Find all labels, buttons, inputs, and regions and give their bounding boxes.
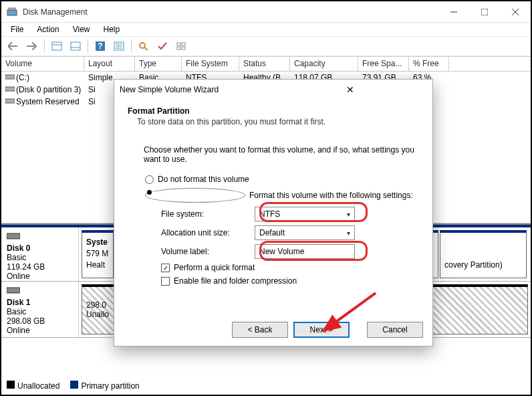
volume-label-input[interactable]: New Volume bbox=[255, 244, 355, 259]
back-icon[interactable] bbox=[5, 38, 21, 54]
vl-value: New Volume bbox=[259, 247, 304, 256]
disk-state: Online bbox=[7, 272, 73, 281]
partition-title: Syste bbox=[86, 237, 109, 248]
disk-size: 298.08 GB bbox=[7, 316, 73, 326]
volume-icon bbox=[5, 85, 15, 92]
vl-label: Volume label: bbox=[161, 247, 255, 256]
wizard-dialog: New Simple Volume Wizard ✕ Format Partit… bbox=[114, 79, 433, 346]
radio-format[interactable]: Format this volume with the following se… bbox=[145, 188, 419, 203]
legend: Unallocated Primary partition bbox=[7, 381, 140, 391]
svg-rect-25 bbox=[7, 233, 20, 239]
toolbar-separator bbox=[88, 39, 88, 53]
checkbox-label: Perform a quick format bbox=[174, 263, 255, 272]
disk-info[interactable]: Disk 1 Basic 298.08 GB Online bbox=[1, 282, 79, 337]
checkbox-quick-format[interactable]: ✓ Perform a quick format bbox=[161, 263, 419, 272]
disk-state: Online bbox=[7, 326, 73, 335]
col-layout[interactable]: Layout bbox=[84, 57, 135, 71]
close-button[interactable] bbox=[500, 1, 531, 23]
partition-size bbox=[444, 248, 522, 260]
wizard-instruction: Choose whether you want to format this v… bbox=[144, 145, 419, 164]
partition-health: covery Partition) bbox=[444, 260, 522, 271]
svg-line-17 bbox=[144, 47, 148, 50]
svg-rect-3 bbox=[481, 9, 488, 15]
titlebar: Disk Management bbox=[1, 1, 531, 23]
disk-type: Basic bbox=[7, 253, 73, 262]
wizard-subheading: To store data on this partition, you mus… bbox=[137, 117, 419, 126]
svg-rect-19 bbox=[182, 43, 185, 45]
svg-text:?: ? bbox=[98, 41, 102, 51]
wizard-close-button[interactable]: ✕ bbox=[273, 84, 427, 95]
col-type[interactable]: Type bbox=[135, 57, 182, 71]
checkbox-label: Enable file and folder compression bbox=[174, 276, 297, 286]
svg-rect-8 bbox=[71, 42, 80, 50]
file-system-select[interactable]: NTFS ▾ bbox=[255, 207, 355, 221]
radio-do-not-format[interactable]: Do not format this volume bbox=[145, 175, 419, 184]
svg-rect-23 bbox=[5, 87, 15, 91]
next-button[interactable]: Next > bbox=[293, 322, 350, 338]
col-capacity[interactable]: Capacity bbox=[290, 57, 358, 71]
volume-name: (C:) bbox=[16, 73, 29, 82]
row-volume-label: Volume label: New Volume bbox=[161, 244, 419, 259]
disk-info[interactable]: Disk 0 Basic 119.24 GB Online bbox=[1, 227, 79, 281]
check-icon[interactable] bbox=[154, 38, 170, 54]
partition-size: 579 M bbox=[86, 248, 109, 260]
cancel-button-label: Cancel bbox=[382, 325, 407, 334]
au-label: Allocation unit size: bbox=[161, 228, 255, 237]
back-button-label: < Back bbox=[247, 325, 272, 334]
spacer bbox=[355, 322, 362, 338]
volume-icon bbox=[5, 97, 15, 104]
radio-icon bbox=[145, 188, 245, 203]
help-icon[interactable]: ? bbox=[92, 38, 108, 54]
menu-action[interactable]: Action bbox=[31, 23, 64, 35]
allocation-unit-select[interactable]: Default ▾ bbox=[255, 225, 355, 240]
view-bottom-icon[interactable] bbox=[68, 38, 84, 54]
menubar: File Action View Help bbox=[1, 23, 531, 36]
au-value: Default bbox=[259, 228, 285, 237]
svg-rect-18 bbox=[177, 43, 180, 45]
cancel-button[interactable]: Cancel bbox=[367, 322, 423, 338]
radio-label: Do not format this volume bbox=[158, 175, 249, 184]
legend-swatch-unallocated bbox=[7, 381, 15, 389]
row-allocation-unit: Allocation unit size: Default ▾ bbox=[161, 225, 419, 240]
svg-rect-22 bbox=[5, 75, 15, 79]
app-icon bbox=[7, 7, 17, 17]
checkbox-compression[interactable]: Enable file and folder compression bbox=[161, 276, 419, 286]
view-top-icon[interactable] bbox=[49, 38, 65, 54]
col-volume[interactable]: Volume bbox=[1, 57, 84, 71]
next-button-label: Next > bbox=[309, 325, 333, 334]
col-filesystem[interactable]: File System bbox=[182, 57, 239, 71]
disk-size: 119.24 GB bbox=[7, 262, 73, 272]
menu-view[interactable]: View bbox=[68, 23, 96, 35]
partition[interactable]: covery Partition) bbox=[440, 230, 527, 278]
menu-help[interactable]: Help bbox=[98, 23, 126, 35]
col-status[interactable]: Status bbox=[239, 57, 290, 71]
checkbox-icon bbox=[161, 277, 170, 286]
menu-file[interactable]: File bbox=[5, 23, 29, 35]
grid-icon[interactable] bbox=[173, 38, 189, 54]
radio-icon bbox=[145, 175, 154, 184]
fs-value: NTFS bbox=[259, 209, 280, 219]
toolbar: ? bbox=[1, 36, 531, 56]
col-pctfree[interactable]: % Free bbox=[409, 57, 449, 71]
fs-label: File system: bbox=[161, 209, 255, 219]
back-button[interactable]: < Back bbox=[232, 322, 288, 338]
svg-rect-6 bbox=[52, 42, 61, 50]
partition-title bbox=[444, 237, 522, 248]
col-freespace[interactable]: Free Spa... bbox=[358, 57, 409, 71]
wizard-body: Format Partition To store data on this p… bbox=[114, 100, 432, 286]
toolbar-separator bbox=[131, 39, 132, 53]
wizard-titlebar: New Simple Volume Wizard ✕ bbox=[114, 80, 432, 100]
legend-unallocated: Unallocated bbox=[17, 381, 59, 391]
legend-primary: Primary partition bbox=[81, 381, 139, 391]
chevron-down-icon: ▾ bbox=[347, 211, 350, 218]
forward-icon[interactable] bbox=[24, 38, 40, 54]
settings-list-icon[interactable] bbox=[111, 38, 127, 54]
minimize-button[interactable] bbox=[438, 1, 469, 23]
maximize-button[interactable] bbox=[469, 1, 500, 23]
partition-health: Healt bbox=[86, 260, 109, 271]
volume-icon bbox=[5, 73, 15, 80]
row-file-system: File system: NTFS ▾ bbox=[161, 207, 419, 221]
find-icon[interactable] bbox=[136, 38, 152, 54]
partition[interactable]: Syste 579 M Healt bbox=[82, 230, 114, 278]
disk-name: Disk 0 bbox=[7, 243, 73, 253]
